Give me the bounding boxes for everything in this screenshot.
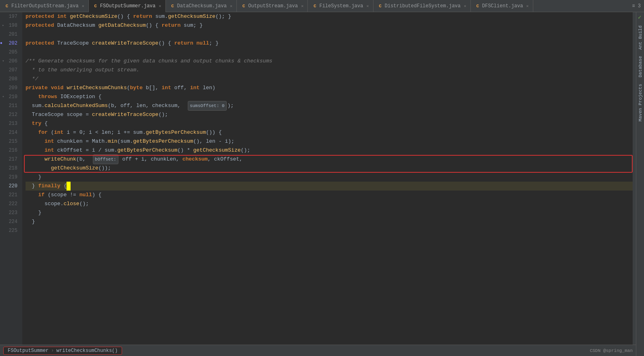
fold-icon-206[interactable]: ▾ — [1, 59, 6, 64]
breadcrumb[interactable]: FSOutputSummer › writeChecksumChunks() — [3, 347, 122, 355]
tab-output-stream[interactable]: C OutputStream.java ✕ — [237, 0, 308, 12]
main-panels: 197 ▸198 201 ●202 205 ▾206 207 208 209 ▾… — [0, 12, 644, 356]
maven-panel[interactable]: Maven Projects — [636, 81, 644, 124]
editor-area: 197 ▸198 201 ●202 205 ▾206 207 208 209 ▾… — [0, 12, 636, 356]
code-line-208: */ — [26, 75, 633, 84]
checkmark-icon: ✓ — [636, 12, 644, 22]
tab-label: DFSClient.java — [482, 3, 523, 9]
fold-icon[interactable]: ▸ — [1, 23, 6, 28]
code-line-223: } — [26, 208, 633, 217]
tab-distributed-file-system[interactable]: C DistributedFileSystem.java ✕ — [374, 0, 471, 12]
tab-label: DataChecksum.java — [177, 3, 227, 9]
maven-label[interactable]: Maven Projects — [638, 82, 643, 123]
line-num-213: 213 — [0, 119, 20, 128]
tab-close[interactable]: ✕ — [159, 4, 161, 9]
tab-close[interactable]: ✕ — [366, 4, 369, 9]
tab-file-system[interactable]: C FileSystem.java ✕ — [308, 0, 373, 12]
line-num-208: 208 — [0, 75, 20, 84]
ant-build-panel[interactable]: Ant Build — [636, 22, 644, 53]
line-num-221: 221 — [0, 191, 20, 199]
tab-label: FileSystem.java — [319, 3, 363, 9]
database-panel[interactable]: Database — [636, 53, 644, 81]
code-line-220: } finally { — [26, 182, 633, 191]
code-line-221: if (scope != null) { — [26, 191, 633, 199]
line-num-222: 222 — [0, 199, 20, 208]
tab-close[interactable]: ✕ — [526, 4, 529, 9]
code-line-213: try { — [26, 119, 633, 128]
tab-label: OutputStream.java — [248, 3, 298, 9]
tab-icon: C — [475, 3, 481, 9]
line-num-216: 216 — [0, 146, 20, 155]
tab-label: FilterOutputStream.java — [11, 3, 79, 9]
breadcrumb-bar: FSOutputSummer › writeChecksumChunks() C… — [0, 345, 636, 356]
tab-label: DistributedFileSystem.java — [385, 3, 461, 9]
code-line-209: private void writeChecksumChunks(byte b[… — [26, 84, 633, 92]
line-num-217: 217 — [0, 155, 20, 164]
database-label[interactable]: Database — [638, 54, 643, 79]
line-numbers: 197 ▸198 201 ●202 205 ▾206 207 208 209 ▾… — [0, 12, 22, 345]
tab-close[interactable]: ✕ — [82, 4, 84, 9]
line-num-207: 207 — [0, 66, 20, 75]
line-num-210: ▾210 — [0, 92, 20, 101]
tab-icon: C — [378, 3, 383, 9]
line-num-218: 218 — [0, 164, 20, 173]
hint-boffset: bOffset: — [93, 154, 118, 164]
bottom-right-label: CSDN @spring_man — [590, 348, 633, 353]
line-num-205: 205 — [0, 48, 20, 57]
tab-icon: C — [93, 3, 99, 9]
line-num-201: 201 — [0, 30, 20, 39]
code-line-219: } — [26, 173, 633, 182]
tab-bar: C FilterOutputStream.java ✕ C FSOutputSu… — [0, 0, 644, 12]
line-num-225: 225 — [0, 226, 20, 235]
breadcrumb-method: writeChecksumChunks() — [56, 348, 118, 354]
code-line-207: * to the underlying output stream. — [26, 66, 633, 75]
code-line-218: getChecksumSize()); — [26, 164, 633, 173]
tab-close[interactable]: ✕ — [230, 4, 232, 9]
tab-label: FSOutputSummer.java — [100, 3, 156, 9]
line-num-198: ▸198 — [0, 21, 20, 30]
line-num-223: 223 — [0, 208, 20, 217]
tab-close[interactable]: ✕ — [464, 4, 466, 9]
code-line-224: } — [26, 217, 633, 226]
ant-build-label[interactable]: Ant Build — [638, 24, 643, 51]
red-highlight-block: writeChunk(b, bOffset: off + i, chunkLen… — [26, 155, 633, 173]
code-line-201 — [26, 30, 633, 39]
line-num-197: 197 — [0, 12, 20, 21]
code-line-206: /** Generate checksums for the given dat… — [26, 57, 633, 66]
code-line-205 — [26, 48, 633, 57]
tab-dfs-client[interactable]: C DFSClient.java ✕ — [471, 0, 533, 12]
code-view: 197 ▸198 201 ●202 205 ▾206 207 208 209 ▾… — [0, 12, 636, 345]
line-num-206: ▾206 — [0, 57, 20, 66]
code-line-222: scope.close(); — [26, 199, 633, 208]
code-line-211: sum.calculateChunkedSums(b, off, len, ch… — [26, 101, 633, 110]
tab-icon: C — [4, 3, 10, 9]
code-line-215: int chunkLen = Math.min(sum.getBytesPerC… — [26, 137, 633, 146]
code-line-225 — [26, 226, 633, 235]
line-num-209: 209 — [0, 84, 20, 92]
code-line-212: TraceScope scope = createWriteTraceScope… — [26, 110, 633, 119]
scroll-track[interactable] — [633, 12, 636, 345]
line-num-202: ●202 — [0, 39, 20, 48]
line-num-224: 224 — [0, 217, 20, 226]
line-num-215: 215 — [0, 137, 20, 146]
code-line-197: protected int getChecksumSize() { return… — [26, 12, 633, 21]
fold-icon-210[interactable]: ▾ — [1, 94, 6, 99]
code-line-198: protected DataChecksum getDataChecksum()… — [26, 21, 633, 30]
line-num-212: 212 — [0, 110, 20, 119]
code-line-217: writeChunk(b, bOffset: off + i, chunkLen… — [26, 155, 633, 164]
tab-filter-output-stream[interactable]: C FilterOutputStream.java ✕ — [0, 0, 89, 12]
bookmark-icon: ● — [0, 39, 2, 48]
tab-data-checksum[interactable]: C DataChecksum.java ✕ — [166, 0, 237, 12]
line-num-220: 220 — [0, 182, 20, 191]
tab-icon: C — [241, 3, 247, 9]
code-line-202: protected TraceScope createWriteTraceSco… — [26, 39, 633, 48]
code-line-216: int ckOffset = i / sum.getBytesPerChecks… — [26, 146, 633, 155]
line-num-214: 214 — [0, 128, 20, 137]
tab-close[interactable]: ✕ — [301, 4, 303, 9]
code-editor[interactable]: protected int getChecksumSize() { return… — [22, 12, 633, 345]
tab-icon: C — [312, 3, 318, 9]
code-line-210: throws IOException { — [26, 92, 633, 101]
tab-more[interactable]: ≡ 3 — [629, 3, 644, 9]
right-sidebar: ✓ Ant Build Database Maven Projects — [636, 12, 644, 356]
tab-fs-output-summer[interactable]: C FSOutputSummer.java ✕ — [89, 0, 166, 12]
